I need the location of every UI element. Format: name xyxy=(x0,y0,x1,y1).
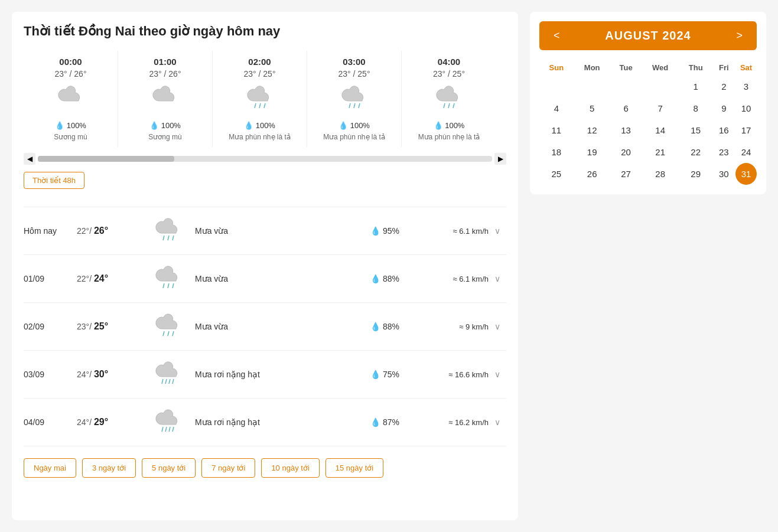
hourly-time: 04:00 xyxy=(405,57,493,67)
cal-day[interactable]: 5 xyxy=(574,97,611,119)
hourly-rain: 💧 100% xyxy=(405,121,493,130)
cal-day[interactable]: 4 xyxy=(539,97,574,119)
btn-48h[interactable]: Thời tiết 48h xyxy=(24,172,84,189)
cal-day[interactable]: 8 xyxy=(679,97,712,119)
cal-day[interactable]: 31 xyxy=(735,163,757,185)
hourly-temp: 23° / 26° xyxy=(27,69,115,79)
day-range-button[interactable]: 7 ngày tới xyxy=(201,458,255,478)
forecast-expand-icon[interactable]: ∨ xyxy=(494,417,506,427)
cal-day[interactable]: 16 xyxy=(712,119,735,141)
forecast-rain: 💧 75% xyxy=(370,370,424,379)
cal-day[interactable]: 24 xyxy=(735,141,757,163)
day-range-button[interactable]: 15 ngày tới xyxy=(325,458,383,478)
scroll-right-btn[interactable]: ▶ xyxy=(494,153,506,165)
cal-day[interactable]: 18 xyxy=(539,141,574,163)
hourly-scroll[interactable]: 00:00 23° / 26° 💧 100% Sương mù 01:00 23… xyxy=(24,51,506,147)
hourly-time: 02:00 xyxy=(216,57,304,67)
forecast-desc: Mưa rơi nặng hạt xyxy=(195,417,364,427)
hourly-desc: Mưa phùn nhẹ là tả xyxy=(216,133,304,141)
hourly-icon xyxy=(121,84,209,115)
cal-header-tue: Tue xyxy=(611,60,642,76)
forecast-icon xyxy=(148,312,189,341)
svg-line-16 xyxy=(168,331,169,336)
forecast-row[interactable]: 01/09 22°/ 24° Mưa vừa 💧 88% ≈ 6.1 km/h … xyxy=(24,255,506,303)
forecast-icon xyxy=(148,360,189,389)
cal-prev-btn[interactable]: < xyxy=(549,28,565,43)
hourly-list: 00:00 23° / 26° 💧 100% Sương mù 01:00 23… xyxy=(24,51,506,147)
bottom-buttons: Ngày mai3 ngày tới5 ngày tới7 ngày tới10… xyxy=(24,458,506,478)
forecast-row[interactable]: 02/09 23°/ 25° Mưa vừa 💧 88% ≈ 9 km/h ∨ xyxy=(24,303,506,351)
day-range-button[interactable]: 3 ngày tới xyxy=(82,458,136,478)
cal-day[interactable]: 15 xyxy=(679,119,712,141)
hourly-icon xyxy=(310,84,398,115)
svg-line-20 xyxy=(169,379,170,384)
cal-day[interactable]: 10 xyxy=(735,97,757,119)
calendar-header-row: SunMonTueWedThuFriSat xyxy=(539,60,757,76)
forecast-icon xyxy=(148,408,189,436)
cal-day[interactable]: 11 xyxy=(539,119,574,141)
svg-line-17 xyxy=(172,331,174,336)
cal-day[interactable]: 12 xyxy=(574,119,611,141)
hourly-time: 01:00 xyxy=(121,57,209,67)
hourly-rain: 💧 100% xyxy=(310,121,398,130)
svg-line-5 xyxy=(359,103,360,108)
svg-line-1 xyxy=(259,103,261,108)
cal-day[interactable]: 14 xyxy=(642,119,679,141)
cal-day[interactable]: 13 xyxy=(611,119,642,141)
forecast-wind: ≈ 9 km/h xyxy=(429,322,489,331)
hourly-item: 00:00 23° / 26° 💧 100% Sương mù xyxy=(24,51,118,147)
forecast-date: 04/09 xyxy=(24,417,71,427)
day-range-button[interactable]: 5 ngày tới xyxy=(142,458,196,478)
hourly-item: 01:00 23° / 26° 💧 100% Sương mù xyxy=(118,51,213,147)
cal-day[interactable]: 7 xyxy=(642,97,679,119)
svg-line-6 xyxy=(444,103,445,108)
forecast-date: 01/09 xyxy=(24,274,71,283)
cal-day[interactable]: 26 xyxy=(574,163,611,185)
cal-day[interactable]: 6 xyxy=(611,97,642,119)
forecast-row[interactable]: 04/09 24°/ 29° Mưa rơi nặng hạt 💧 87% ≈ … xyxy=(24,399,506,446)
forecast-expand-icon[interactable]: ∨ xyxy=(494,274,506,283)
svg-line-24 xyxy=(169,427,170,432)
forecast-icon xyxy=(148,217,189,245)
forecast-temp: 23°/ 25° xyxy=(77,321,142,332)
forecast-temp: 22°/ 26° xyxy=(77,226,142,236)
forecast-expand-icon[interactable]: ∨ xyxy=(494,226,506,236)
cal-next-btn[interactable]: > xyxy=(731,28,747,43)
svg-line-18 xyxy=(162,379,163,384)
cal-day[interactable]: 19 xyxy=(574,141,611,163)
cal-day[interactable]: 9 xyxy=(712,97,735,119)
cal-day[interactable]: 17 xyxy=(735,119,757,141)
day-range-button[interactable]: Ngày mai xyxy=(24,458,76,478)
cal-day[interactable]: 2 xyxy=(712,76,735,97)
cal-day[interactable]: 28 xyxy=(642,163,679,185)
svg-line-8 xyxy=(453,103,454,108)
cal-day[interactable]: 23 xyxy=(712,141,735,163)
cal-day[interactable]: 30 xyxy=(712,163,735,185)
cal-day[interactable]: 29 xyxy=(679,163,712,185)
svg-line-0 xyxy=(255,103,256,108)
calendar-body: 1234567891011121314151617181920212223242… xyxy=(539,76,757,185)
cal-day[interactable]: 22 xyxy=(679,141,712,163)
cal-day[interactable]: 1 xyxy=(679,76,712,97)
forecast-expand-icon[interactable]: ∨ xyxy=(494,322,506,331)
svg-line-12 xyxy=(163,283,164,288)
day-range-button[interactable]: 10 ngày tới xyxy=(261,458,319,478)
scroll-left-btn[interactable]: ◀ xyxy=(24,153,35,165)
cal-day[interactable]: 20 xyxy=(611,141,642,163)
cal-header-mon: Mon xyxy=(574,60,611,76)
forecast-temp: 24°/ 29° xyxy=(77,417,142,427)
forecast-row[interactable]: 03/09 24°/ 30° Mưa rơi nặng hạt 💧 75% ≈ … xyxy=(24,351,506,399)
forecast-rain: 💧 95% xyxy=(370,226,424,236)
forecast-temp: 24°/ 30° xyxy=(77,369,142,380)
svg-line-4 xyxy=(354,103,355,108)
cal-day[interactable]: 21 xyxy=(642,141,679,163)
cal-day xyxy=(611,76,642,97)
svg-line-13 xyxy=(168,283,169,288)
cal-day[interactable]: 25 xyxy=(539,163,574,185)
cal-day[interactable]: 3 xyxy=(735,76,757,97)
cal-day[interactable]: 27 xyxy=(611,163,642,185)
cal-header-sat: Sat xyxy=(735,60,757,76)
forecast-expand-icon[interactable]: ∨ xyxy=(494,370,506,379)
forecast-row[interactable]: Hôm nay 22°/ 26° Mưa vừa 💧 95% ≈ 6.1 km/… xyxy=(24,207,506,255)
svg-line-23 xyxy=(165,427,167,432)
